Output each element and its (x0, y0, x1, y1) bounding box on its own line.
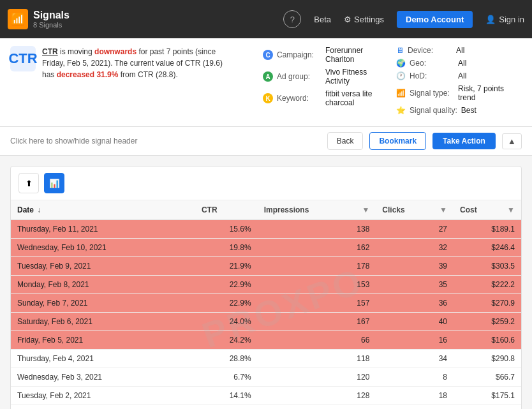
cell-cost: $66.7 (454, 368, 521, 387)
meta-right: 🖥 Device: All 🌍 Geo: All 🕐 HoD: All 📶 Si… (396, 46, 522, 119)
chart-button[interactable]: 📊 (44, 173, 64, 193)
cell-clicks: 14 (376, 405, 454, 410)
table-row[interactable]: Thursday, Feb 4, 2021 28.8% 118 34 $290.… (11, 350, 521, 368)
settings-button[interactable]: ⚙ Settings (344, 15, 384, 24)
cell-ctr: 24.2% (195, 331, 258, 350)
meta-value: fitbit versa lite charcoal (325, 89, 388, 107)
cell-ctr: 28.8% (195, 350, 258, 368)
cell-impressions: 119 (258, 405, 376, 410)
cell-ctr: 21.9% (195, 257, 258, 276)
header-nav: ? Beta ⚙ Settings Demo Account 👤 Sign in (283, 10, 524, 28)
account-button[interactable]: Demo Account (397, 11, 473, 28)
meta-row: K Keyword: fitbit versa lite charcoal (263, 89, 388, 107)
meta-row: 📶 Signal type: Risk, 7 points trend (396, 84, 522, 102)
table-row[interactable]: Tuesday, Feb 9, 2021 21.9% 178 39 $303.5 (11, 257, 521, 276)
meta-key: Campaign: (277, 50, 321, 59)
meta-key: Keyword: (277, 94, 321, 103)
cell-impressions: 162 (258, 239, 376, 257)
col-impressions[interactable]: Impressions ▼ (258, 200, 376, 220)
cell-clicks: 27 (376, 220, 454, 239)
meta-value: Forerunner Charlton (325, 46, 388, 64)
cell-impressions: 167 (258, 313, 376, 331)
cell-impressions: 128 (258, 387, 376, 405)
col-ctr[interactable]: CTR (195, 200, 258, 220)
cell-impressions: 153 (258, 276, 376, 294)
cell-ctr: 24.0% (195, 313, 258, 331)
table-row[interactable]: Friday, Feb 5, 2021 24.2% 66 16 $160.6 (11, 331, 521, 350)
cell-cost: $270.9 (454, 294, 521, 313)
bookmark-button[interactable]: Bookmark (369, 132, 426, 150)
table-header-row: Date ↓ CTR Impressions ▼ Clicks ▼ Cost ▼ (11, 200, 521, 220)
data-table: Date ↓ CTR Impressions ▼ Clicks ▼ Cost ▼… (11, 200, 521, 409)
meta-icon: C (263, 50, 273, 60)
data-table-area: ⬆ 📊 PROXPO Date ↓ CTR Impressions ▼ Clic… (10, 166, 522, 409)
col-cost[interactable]: Cost ▼ (454, 200, 521, 220)
cell-date: Friday, Feb 5, 2021 (11, 331, 195, 350)
cell-ctr: 22.9% (195, 276, 258, 294)
help-button[interactable]: ? (283, 10, 301, 28)
cell-cost: $290.8 (454, 350, 521, 368)
export-icon: ⬆ (26, 179, 33, 188)
table-row[interactable]: Tuesday, Feb 2, 2021 14.1% 128 18 $175.1 (11, 387, 521, 405)
signals-count: 8 Signals (33, 21, 70, 29)
back-button[interactable]: Back (327, 132, 364, 150)
meta-icon: A (263, 71, 273, 82)
cell-impressions: 178 (258, 257, 376, 276)
cell-cost: $259.2 (454, 313, 521, 331)
ctr-text-body: CTR is moving downwards for past 7 point… (42, 46, 233, 80)
cell-clicks: 36 (376, 294, 454, 313)
cell-clicks: 8 (376, 368, 454, 387)
cell-impressions: 138 (258, 220, 376, 239)
meta-left: C Campaign: Forerunner Charlton A Ad gro… (263, 46, 388, 119)
table-row[interactable]: Wednesday, Feb 3, 2021 6.7% 120 8 $66.7 (11, 368, 521, 387)
user-icon: 👤 (485, 15, 496, 24)
cell-clicks: 35 (376, 276, 454, 294)
signin-label: Sign in (499, 15, 524, 24)
meta-key: Ad group: (277, 72, 321, 81)
table-toolbar: ⬆ 📊 (11, 167, 521, 200)
settings-label: Settings (354, 15, 384, 24)
col-clicks[interactable]: Clicks ▼ (376, 200, 454, 220)
filter-impressions-icon[interactable]: ▼ (362, 205, 369, 214)
cell-clicks: 39 (376, 257, 454, 276)
table-row[interactable]: Sunday, Feb 7, 2021 22.9% 157 36 $270.9 (11, 294, 521, 313)
cell-impressions: 66 (258, 331, 376, 350)
signal-footer: Click here to show/hide signal header Ba… (0, 127, 532, 156)
ctr-icon-label: CTR (8, 52, 37, 66)
table-row[interactable]: Saturday, Feb 6, 2021 24.0% 167 40 $259.… (11, 313, 521, 331)
signal-header-toggle-hint[interactable]: Click here to show/hide signal header (10, 137, 321, 145)
beta-label: Beta (314, 15, 331, 24)
chart-icon: 📊 (49, 179, 60, 188)
meta-row: A Ad group: Vivo Fitness Activity (263, 68, 388, 86)
collapse-button[interactable]: ▲ (502, 133, 522, 149)
cell-impressions: 157 (258, 294, 376, 313)
cell-impressions: 118 (258, 350, 376, 368)
meta-row: 🖥 Device: All (396, 46, 522, 55)
table-row[interactable]: Monday, Feb 8, 2021 22.9% 153 35 $222.2 (11, 276, 521, 294)
filter-clicks-icon[interactable]: ▼ (440, 205, 447, 214)
filter-cost-icon[interactable]: ▼ (507, 205, 515, 214)
cell-clicks: 32 (376, 239, 454, 257)
table-row[interactable]: Monday, Feb 1, 2021 11.8% 119 14 $131.2 (11, 405, 521, 410)
cell-cost: $246.4 (454, 239, 521, 257)
cell-cost: $222.2 (454, 276, 521, 294)
cell-date: Tuesday, Feb 9, 2021 (11, 257, 195, 276)
table-row[interactable]: Thursday, Feb 11, 2021 15.6% 138 27 $189… (11, 220, 521, 239)
cell-date: Monday, Feb 8, 2021 (11, 276, 195, 294)
table-row[interactable]: Wednesday, Feb 10, 2021 19.8% 162 32 $24… (11, 239, 521, 257)
take-action-button[interactable]: Take Action (432, 133, 496, 149)
cell-clicks: 34 (376, 350, 454, 368)
cell-clicks: 40 (376, 313, 454, 331)
meta-row: ⭐ Signal quality: Best (396, 106, 522, 115)
meta-key: Device: (408, 46, 452, 55)
logo-area: 📶 Signals 8 Signals (8, 9, 70, 29)
cell-date: Thursday, Feb 11, 2021 (11, 220, 195, 239)
meta-value: All (458, 71, 466, 80)
export-button[interactable]: ⬆ (18, 173, 39, 193)
cell-date: Tuesday, Feb 2, 2021 (11, 387, 195, 405)
col-date[interactable]: Date ↓ (11, 200, 195, 220)
signin-button[interactable]: 👤 Sign in (485, 15, 524, 24)
signal-meta: C Campaign: Forerunner Charlton A Ad gro… (263, 46, 522, 119)
cell-ctr: 14.1% (195, 387, 258, 405)
cell-date: Thursday, Feb 4, 2021 (11, 350, 195, 368)
